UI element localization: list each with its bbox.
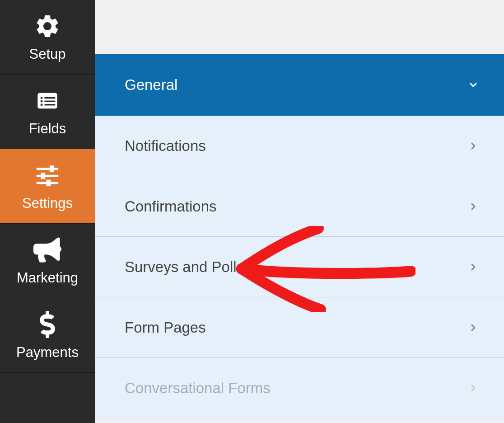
settings-item-label: Surveys and Polls (125, 258, 244, 276)
svg-rect-7 (37, 168, 58, 170)
header-space (95, 0, 504, 54)
svg-rect-12 (47, 180, 51, 187)
chevron-right-icon (468, 262, 479, 273)
settings-item-label: Confirmations (125, 198, 217, 215)
settings-item-label: General (125, 76, 177, 94)
svg-rect-10 (41, 173, 46, 179)
settings-item-label: Notifications (125, 137, 206, 155)
sidebar-item-fields[interactable]: Fields (0, 75, 95, 149)
sidebar-item-label: Marketing (17, 270, 78, 286)
settings-item-general[interactable]: General (95, 54, 504, 116)
sidebar-item-label: Setup (29, 46, 65, 62)
gear-icon (32, 13, 63, 40)
sidebar-item-marketing[interactable]: Marketing (0, 224, 95, 298)
chevron-down-icon (468, 80, 479, 90)
svg-rect-6 (45, 104, 56, 105)
settings-item-conversational-forms[interactable]: Conversational Forms (95, 358, 504, 418)
list-icon (32, 87, 63, 114)
sidebar-item-label: Settings (22, 195, 73, 212)
settings-list: General Notifications Confirmations (95, 54, 504, 418)
chevron-right-icon (468, 141, 479, 151)
sidebar-item-label: Fields (29, 121, 66, 137)
chevron-right-icon (468, 322, 479, 333)
settings-item-label: Form Pages (125, 319, 206, 336)
sidebar-item-setup[interactable]: Setup (0, 0, 95, 75)
svg-rect-9 (37, 175, 58, 177)
chevron-right-icon (468, 201, 479, 212)
settings-item-confirmations[interactable]: Confirmations (95, 176, 504, 237)
sidebar-item-payments[interactable]: Payments (0, 298, 95, 373)
bullhorn-icon (32, 236, 63, 263)
svg-rect-2 (45, 97, 56, 99)
settings-item-form-pages[interactable]: Form Pages (95, 297, 504, 358)
sliders-icon (32, 162, 63, 189)
svg-rect-8 (50, 165, 54, 172)
dollar-icon (32, 311, 63, 338)
settings-item-notifications[interactable]: Notifications (95, 116, 504, 176)
chevron-right-icon (468, 383, 479, 394)
sidebar-item-settings[interactable]: Settings (0, 149, 95, 224)
sidebar: Setup Fields (0, 0, 95, 423)
settings-item-surveys-polls[interactable]: Surveys and Polls (95, 237, 504, 297)
svg-rect-5 (41, 104, 42, 106)
svg-rect-3 (41, 100, 42, 102)
svg-rect-1 (41, 97, 42, 99)
sidebar-item-label: Payments (16, 344, 79, 361)
svg-rect-4 (45, 101, 56, 102)
content-area: General Notifications Confirmations (95, 0, 504, 423)
settings-item-label: Conversational Forms (125, 380, 271, 397)
